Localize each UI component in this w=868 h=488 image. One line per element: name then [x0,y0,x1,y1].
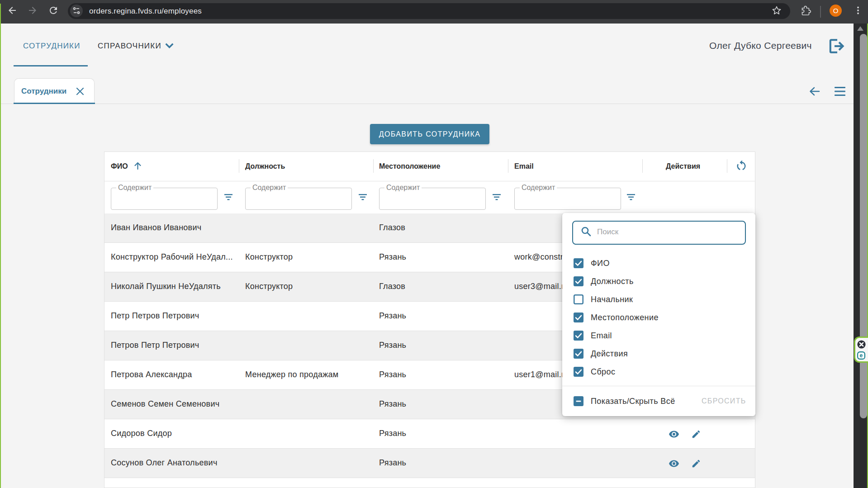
svg-text:e: e [860,352,863,359]
